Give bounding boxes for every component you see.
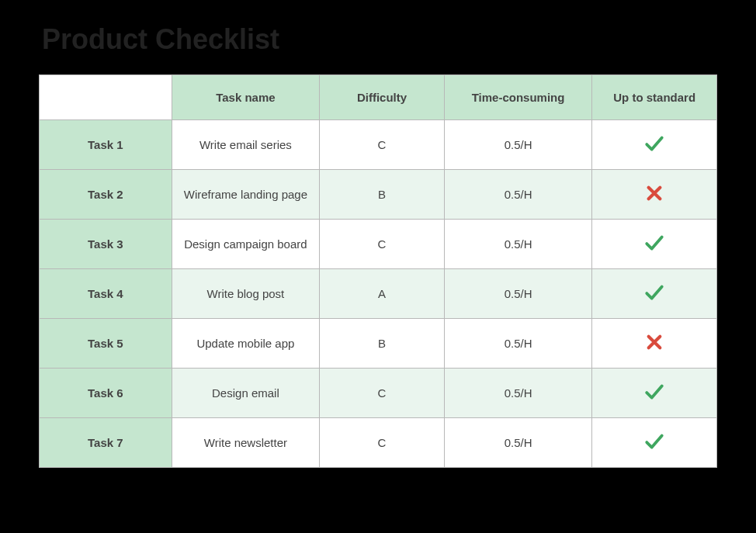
cell-standard [592, 418, 717, 468]
row-label: Task 1 [40, 120, 172, 170]
cell-difficulty: C [320, 220, 445, 269]
check-icon [644, 431, 664, 454]
cell-standard [592, 269, 717, 319]
cell-time: 0.5/H [444, 120, 592, 170]
table-row: Task 1Write email seriesC0.5/H [40, 120, 717, 170]
cell-difficulty: B [320, 170, 445, 220]
cell-task-name: Design email [172, 369, 320, 418]
cell-task-name: Write email series [172, 120, 320, 170]
checklist-table: Task name Difficulty Time-consuming Up t… [39, 74, 717, 468]
cell-time: 0.5/H [444, 418, 592, 468]
table-row: Task 4Write blog postA0.5/H [40, 269, 717, 319]
cell-task-name: Design campaign board [172, 220, 320, 269]
row-label: Task 3 [40, 220, 172, 269]
table-header-row: Task name Difficulty Time-consuming Up t… [40, 75, 717, 120]
cell-difficulty: C [320, 120, 445, 170]
cell-difficulty: C [320, 369, 445, 418]
cell-task-name: Wireframe landing page [172, 170, 320, 220]
check-icon [644, 382, 664, 404]
cell-difficulty: C [320, 418, 445, 468]
cell-standard [592, 319, 717, 369]
header-difficulty: Difficulty [320, 75, 445, 120]
row-label: Task 6 [40, 369, 172, 418]
cell-task-name: Write newsletter [172, 418, 320, 468]
row-label: Task 7 [40, 418, 172, 468]
header-time: Time-consuming [444, 75, 592, 120]
check-icon [644, 133, 664, 156]
cell-difficulty: B [320, 319, 445, 369]
check-icon [644, 233, 664, 255]
header-task-name: Task name [172, 75, 320, 120]
table-row: Task 5Update mobile appB0.5/H [40, 319, 717, 369]
cell-time: 0.5/H [444, 220, 592, 269]
table-row: Task 6Design emailC0.5/H [40, 369, 717, 418]
cross-icon [646, 185, 663, 204]
cross-icon [646, 334, 663, 353]
page-title: Product Checklist [42, 23, 717, 56]
row-label: Task 5 [40, 319, 172, 369]
cell-time: 0.5/H [444, 369, 592, 418]
header-blank [40, 75, 172, 120]
row-label: Task 2 [40, 170, 172, 220]
cell-time: 0.5/H [444, 170, 592, 220]
cell-standard [592, 170, 717, 220]
cell-task-name: Write blog post [172, 269, 320, 319]
header-standard: Up to standard [592, 75, 717, 120]
cell-time: 0.5/H [444, 269, 592, 319]
row-label: Task 4 [40, 269, 172, 319]
cell-standard [592, 369, 717, 418]
cell-standard [592, 120, 717, 170]
table-row: Task 3Design campaign boardC0.5/H [40, 220, 717, 269]
check-icon [644, 282, 664, 305]
cell-time: 0.5/H [444, 319, 592, 369]
table-row: Task 7Write newsletterC0.5/H [40, 418, 717, 468]
cell-standard [592, 220, 717, 269]
table-row: Task 2Wireframe landing pageB0.5/H [40, 170, 717, 220]
cell-task-name: Update mobile app [172, 319, 320, 369]
cell-difficulty: A [320, 269, 445, 319]
page: Product Checklist Task name Difficulty T… [0, 0, 756, 499]
